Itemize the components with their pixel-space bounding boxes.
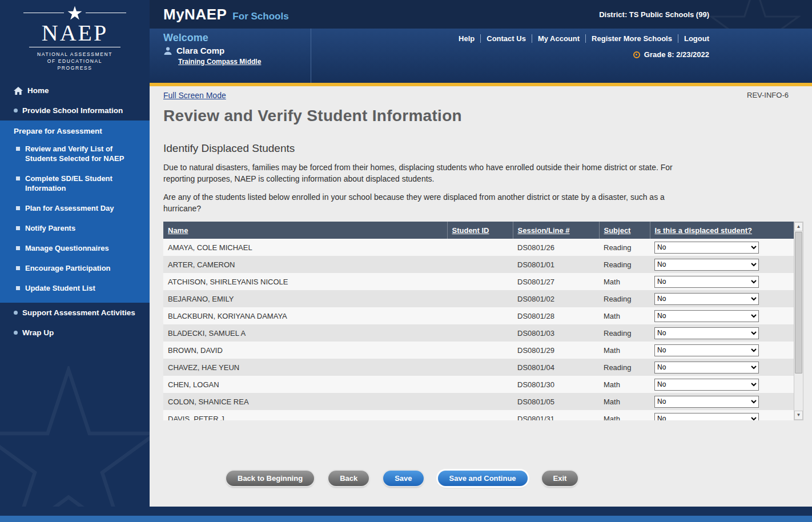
cell-subject: Reading [599,256,650,273]
sidebar-item-label: Complete SD/EL Student Information [25,174,144,193]
naep-logo: NAEP NATIONAL ASSESSMENT OF EDUCATIONAL … [23,6,126,71]
cell-name: AMAYA, COLE MICHAEL [163,239,447,256]
action-button-row: Back to Beginning Back Save Save and Con… [226,471,812,486]
sidebar-nav: Home Provide School Information Prepare … [0,81,150,343]
back-to-beginning-button[interactable]: Back to Beginning [226,471,314,486]
nav-link-register-more-schools[interactable]: Register More Schools [585,34,678,43]
question-paragraph: Are any of the students listed below enr… [163,191,680,214]
cell-student-id [447,239,513,256]
sidebar-item-home[interactable]: Home [0,81,150,101]
header-nav: Help Contact Us My Account Register More… [453,34,709,43]
page-title: Review and Verify Student Information [163,107,812,125]
cell-name: BROWN, DAVID [163,342,447,359]
cell-student-id [447,410,513,420]
displaced-select[interactable]: No [654,276,759,288]
cell-student-id [447,324,513,342]
cell-subject: Reading [599,290,650,307]
displaced-select[interactable]: No [654,379,759,391]
district-label: District: TS Public Schools (99) [599,10,709,19]
displaced-select[interactable]: No [654,242,759,254]
cell-session-line: DS0801/05 [513,393,599,410]
table-scrollbar[interactable]: ▲ ▼ [794,222,803,420]
student-table: Name Student ID Session/Line # Subject I… [163,222,794,420]
cell-session-line: DS0801/31 [513,410,599,420]
cell-session-line: DS0801/03 [513,324,599,342]
displaced-select[interactable]: No [654,344,759,356]
cell-name: BLADECKI, SAMUEL A [163,324,447,342]
cell-displaced: No [650,290,794,307]
nav-link-logout[interactable]: Logout [678,34,709,43]
cell-student-id [447,359,513,376]
sidebar-item-manage-questionnaires[interactable]: Manage Questionnaires [0,238,150,258]
scrollbar-thumb[interactable] [795,232,802,374]
displaced-select[interactable]: No [654,396,759,408]
cell-name: BEJARANO, EMILY [163,290,447,307]
naep-logo-name: NAEP [23,20,126,46]
sidebar-item-provide-school-information[interactable]: Provide School Information [0,101,150,121]
cell-subject: Reading [599,239,650,256]
sidebar-item-encourage-participation[interactable]: Encourage Participation [0,258,150,278]
intro-paragraph: Due to natural disasters, families may b… [163,162,680,184]
sidebar-item-notify-parents[interactable]: Notify Parents [0,218,150,238]
cell-displaced: No [650,324,794,342]
table-row: ATCHISON, SHIRLEYANIS NICOLE DS0801/27 M… [163,273,794,290]
column-header-session-line: Session/Line # [513,222,599,239]
cell-displaced: No [650,359,794,376]
section-title: Identify Displaced Students [163,142,812,155]
cell-subject: Math [599,342,650,359]
cell-displaced: No [650,410,794,420]
nav-link-contact-us[interactable]: Contact Us [480,34,532,43]
column-header-student-id-link[interactable]: Student ID [452,226,489,235]
table-row: AMAYA, COLE MICHAEL DS0801/26 Reading No [163,239,794,256]
cell-session-line: DS0801/28 [513,307,599,324]
sidebar-item-label: Notify Parents [25,223,75,233]
column-header-displaced-link[interactable]: Is this a displaced student? [655,226,752,235]
main-content: Full Screen Mode REV-INFO-6 Review and V… [150,86,812,507]
sidebar-item-prepare-for-assessment[interactable]: Prepare for Assessment [0,121,150,139]
nav-link-my-account[interactable]: My Account [532,34,585,43]
scroll-up-arrow-icon[interactable]: ▲ [794,222,803,231]
student-table-zone: Name Student ID Session/Line # Subject I… [163,222,803,420]
back-button[interactable]: Back [328,471,369,486]
save-and-continue-button[interactable]: Save and Continue [438,471,528,486]
naep-logo-subtext: NATIONAL ASSESSMENT OF EDUCATIONAL PROGR… [23,51,126,71]
column-header-name-link[interactable]: Name [168,226,188,235]
scroll-down-arrow-icon[interactable]: ▼ [794,411,803,420]
cell-name: BLACKBURN, KORIYANA DAMAYA [163,307,447,324]
cell-displaced: No [650,256,794,273]
table-row: CHEN, LOGAN DS0801/30 Math No [163,376,794,393]
bullet-square-icon [16,206,20,210]
displaced-select[interactable]: No [654,293,759,305]
app-title: MyNAEP [163,6,227,23]
user-icon [163,46,172,55]
sidebar-section-prepare-for-assessment: Prepare for Assessment Review and Verify… [0,121,150,303]
displaced-select[interactable]: No [654,310,759,322]
bullet-square-icon [16,286,20,290]
cell-subject: Reading [599,324,650,342]
save-button[interactable]: Save [383,471,423,486]
displaced-select[interactable]: No [654,413,759,421]
sidebar-item-update-student-list[interactable]: Update Student List [0,278,150,298]
column-header-session-line-link[interactable]: Session/Line # [518,226,570,235]
cell-subject: Math [599,307,650,324]
sidebar-item-wrap-up[interactable]: Wrap Up [0,323,150,343]
table-header-row: Name Student ID Session/Line # Subject I… [163,222,794,239]
sidebar-item-complete-sd-el-information[interactable]: Complete SD/EL Student Information [0,168,150,198]
sidebar-item-review-and-verify-list[interactable]: Review and Verify List of Students Selec… [0,139,150,168]
full-screen-mode-link[interactable]: Full Screen Mode [163,91,226,100]
school-link[interactable]: Training Compass Middle [178,58,261,66]
cell-student-id [447,256,513,273]
column-header-subject-link[interactable]: Subject [604,226,631,235]
cell-subject: Math [599,393,650,410]
exit-button[interactable]: Exit [542,471,578,486]
table-row: BLADECKI, SAMUEL A DS0801/03 Reading No [163,324,794,342]
sidebar-item-plan-for-assessment-day[interactable]: Plan for Assessment Day [0,198,150,218]
sidebar-item-support-assessment-activities[interactable]: Support Assessment Activities [0,303,150,323]
displaced-select[interactable]: No [654,362,759,374]
nav-link-help[interactable]: Help [453,34,480,43]
page-code: REV-INFO-6 [747,91,789,99]
displaced-select[interactable]: No [654,259,759,271]
cell-name: COLON, SHANICE REA [163,393,447,410]
displaced-select[interactable]: No [654,327,759,339]
cell-displaced: No [650,239,794,256]
